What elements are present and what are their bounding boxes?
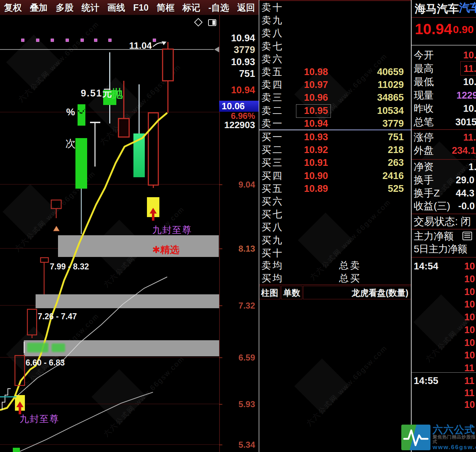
row-volume: 218: [388, 143, 404, 156]
sell-row-4[interactable]: 卖四10.9711029: [259, 78, 412, 91]
row-total-label: 总买: [339, 272, 361, 285]
sell-row-7[interactable]: 卖七: [259, 40, 412, 53]
stat-row-收益(三): 收益(三)-0.0: [412, 200, 476, 212]
row-price: 10.90: [304, 169, 328, 182]
row-label: 卖五: [261, 65, 284, 78]
sell-row-9[interactable]: 卖九: [259, 14, 412, 27]
divider: [412, 129, 476, 130]
range-label-3: 6.60 - 6.83: [26, 358, 65, 367]
menu-item-标记[interactable]: 标记: [183, 2, 200, 14]
menu-item-统计[interactable]: 统计: [81, 2, 99, 14]
menu-item-画线[interactable]: 画线: [107, 2, 125, 14]
stat-row-换手Z: 换手Z44.3: [412, 187, 476, 200]
row-label: 买四: [261, 169, 284, 182]
row-label: 卖一: [261, 117, 284, 130]
tab-柱图[interactable]: 柱图: [259, 286, 280, 299]
stat-row-今开: 今开10.: [412, 49, 476, 62]
row-label: 买三: [261, 156, 284, 169]
row-label: 卖二: [261, 104, 284, 117]
sell2-price-box: [296, 104, 331, 118]
line-end-arrow-icon: [214, 47, 219, 52]
sell-row-5[interactable]: 卖五10.9840659: [259, 65, 412, 78]
candlestick-chart[interactable]: 11.049.51元抛%次九封至尊✱精选7.99 - 8.327.26 - 7.…: [0, 15, 220, 452]
menu-item-F10[interactable]: F10: [133, 2, 149, 13]
tab-龙虎看盘(数量)[interactable]: 龙虎看盘(数量): [303, 286, 412, 299]
menu-item-多股[interactable]: 多股: [56, 2, 74, 14]
stat-label: 涨停: [414, 131, 434, 144]
buy-row-10[interactable]: 买十: [259, 247, 412, 259]
dotted-line-dot: [81, 39, 84, 42]
stat-row-昨收: 昨收10.: [412, 102, 476, 115]
buy-row-4[interactable]: 买四10.902416: [259, 169, 412, 182]
trade-tick-row: 10: [412, 349, 476, 362]
main-force-net-5d[interactable]: 5日主力净额: [412, 243, 476, 256]
sell-row-2[interactable]: 卖二10.9510534: [259, 104, 412, 117]
stat-label: 外盘: [414, 144, 434, 157]
avg-row[interactable]: 买均总买: [259, 272, 412, 285]
trade-tick-row: 10: [412, 336, 476, 349]
sell-row-6[interactable]: 卖六: [259, 53, 412, 65]
trade-tick-row: 10: [412, 398, 476, 411]
sell-row-3[interactable]: 卖三10.9634865: [259, 91, 412, 104]
row-label: 买九: [261, 234, 284, 247]
stat-row-净资: 净资1.: [412, 161, 476, 173]
clipped-green-candle: [13, 448, 20, 452]
divider: [412, 257, 476, 258]
scale-label: 5.34: [238, 440, 255, 450]
buy-row-7[interactable]: 买七: [259, 208, 412, 221]
tab-单数[interactable]: 单数: [281, 286, 302, 299]
highlighted-price-badge: 10.06: [219, 101, 259, 112]
buy-row-3[interactable]: 买三10.91263: [259, 156, 412, 169]
menu-item-叠加[interactable]: 叠加: [30, 2, 48, 14]
logo-subtitle: 聚焦热门精品炒股指标公式: [433, 435, 476, 444]
stat-label: 最高: [414, 62, 434, 75]
list-icon[interactable]: [462, 232, 472, 240]
buy-row-1[interactable]: 买一10.93751: [259, 131, 412, 143]
row-price: 10.94: [304, 117, 328, 130]
row-price: 10.92: [304, 143, 328, 156]
bid-ask-divider: [259, 130, 412, 130]
stat-value: -0.0: [458, 200, 475, 212]
split-screen-icon[interactable]: [208, 20, 216, 26]
diamond-icon[interactable]: [195, 19, 202, 26]
menu-item-简框[interactable]: 简框: [157, 2, 174, 14]
sell-row-8[interactable]: 卖八: [259, 27, 412, 40]
price-annotation: 9.51元: [81, 88, 113, 99]
buy-row-5[interactable]: 买五10.89525: [259, 182, 412, 195]
blurred-green-text: [27, 343, 48, 352]
tick-divider: [412, 372, 476, 373]
row-label: 买六: [261, 195, 284, 208]
buy-row-2[interactable]: 买二10.92218: [259, 143, 412, 156]
buy-row-6[interactable]: 买六: [259, 195, 412, 208]
row-total-label: 总卖: [339, 259, 361, 272]
candle-body: [163, 49, 173, 81]
row-label: 买均: [261, 272, 284, 285]
row-price: 10.89: [304, 182, 328, 195]
scale-label: 9.04: [238, 180, 255, 190]
logo-url[interactable]: www.66gsw.com: [433, 444, 476, 451]
price-range-box: [51, 200, 61, 209]
menu-item-复权[interactable]: 复权: [4, 2, 22, 14]
row-label: 买十: [261, 247, 284, 259]
buy-row-8[interactable]: 买八: [259, 221, 412, 233]
trade-tick-row: 10: [412, 273, 476, 285]
divider: [412, 17, 476, 18]
jingxuan-label: ✱精选: [152, 245, 180, 255]
trading-status: 交易状态: 闭: [412, 215, 476, 228]
menu-item-返回[interactable]: 返回: [237, 2, 255, 14]
scale-tick: [219, 357, 222, 358]
tick-price: 11: [464, 374, 475, 387]
menu-item--自选[interactable]: -自选: [208, 2, 229, 14]
stat-value: 10.: [463, 75, 476, 88]
micro-candle-steps: [2, 389, 11, 410]
sell-row-1[interactable]: 卖一10.943779: [259, 117, 412, 130]
sell-row-10[interactable]: 卖十: [259, 1, 412, 14]
avg-row[interactable]: 卖均总卖: [259, 259, 412, 272]
buy-row-9[interactable]: 买九: [259, 234, 412, 247]
tick-price: 11: [464, 387, 475, 399]
scale-tick: [219, 248, 222, 249]
stat-value: 10.: [463, 49, 476, 62]
price-scale-column: 10.06 10.94377910.9375110.946.96%1229039…: [219, 15, 259, 452]
stat-label: 今开: [414, 49, 434, 62]
top-menu-bar: 复权叠加多股统计画线F10简框标记-自选返回: [0, 0, 259, 15]
